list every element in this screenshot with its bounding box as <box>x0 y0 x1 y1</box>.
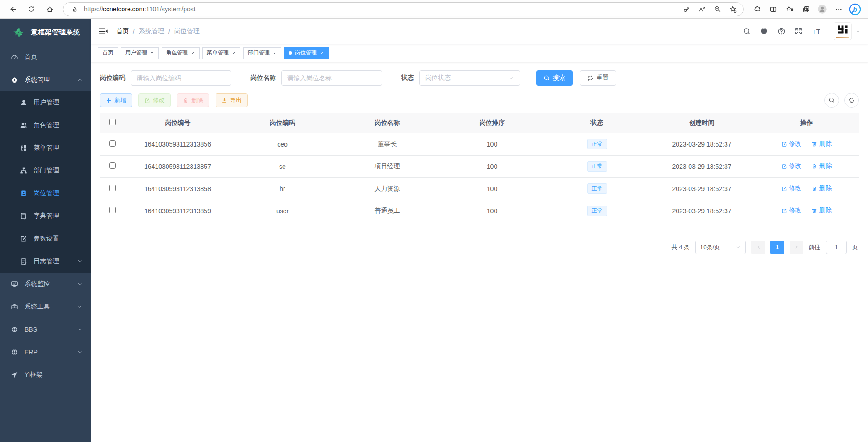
page-number-current[interactable]: 1 <box>770 241 784 254</box>
sidebar-item-menus[interactable]: 菜单管理 <box>0 137 91 159</box>
add-button[interactable]: 新增 <box>100 93 132 107</box>
breadcrumb-home[interactable]: 首页 <box>116 27 129 35</box>
chevron-down-icon <box>509 75 514 81</box>
table-row[interactable]: 1641030593112313856 ceo 董事长 100 正常 2023-… <box>100 133 859 155</box>
close-icon[interactable] <box>150 51 154 55</box>
sidebar-item-departments[interactable]: 部门管理 <box>0 159 91 182</box>
row-checkbox[interactable] <box>109 207 116 213</box>
row-delete-link[interactable]: 删除 <box>811 140 832 148</box>
sidebar-item-erp[interactable]: ERP <box>0 341 91 363</box>
app-logo[interactable]: 意框架管理系统 <box>0 19 91 46</box>
page-size-select[interactable]: 10条/页 <box>695 241 746 254</box>
sidebar-item-monitor[interactable]: 系统监控 <box>0 273 91 295</box>
close-icon[interactable] <box>191 51 195 55</box>
row-checkbox[interactable] <box>109 185 116 191</box>
sidebar: 意框架管理系统 首页 系统管理 用户管理 角色管理 菜单管理 <box>0 19 91 442</box>
fullscreen-icon[interactable] <box>794 27 803 35</box>
tab-dept-mgmt[interactable]: 部门管理 <box>243 47 281 59</box>
sidebar-item-logs[interactable]: 日志管理 <box>0 250 91 273</box>
lock-icon[interactable] <box>69 3 80 15</box>
chevron-down-icon <box>736 245 741 250</box>
split-screen-icon[interactable] <box>766 2 780 16</box>
favorites-bar-icon[interactable] <box>783 2 796 16</box>
chevron-down-icon <box>77 304 83 309</box>
toolbox-icon <box>11 303 18 310</box>
zoom-out-icon[interactable] <box>711 3 723 15</box>
next-page-button[interactable] <box>790 241 803 254</box>
row-edit-link[interactable]: 修改 <box>781 206 802 215</box>
font-size-icon[interactable] <box>812 27 822 35</box>
post-name-input[interactable] <box>281 70 382 86</box>
browser-back-button[interactable] <box>6 2 20 16</box>
close-icon[interactable] <box>231 51 236 55</box>
sidebar-item-params[interactable]: 参数设置 <box>0 227 91 250</box>
browser-refresh-button[interactable] <box>25 2 38 16</box>
export-button[interactable]: 导出 <box>216 93 248 107</box>
github-icon[interactable] <box>760 27 768 35</box>
tab-user-mgmt[interactable]: 用户管理 <box>121 47 159 59</box>
row-delete-link[interactable]: 删除 <box>811 162 832 170</box>
sidebar-item-bbs[interactable]: BBS <box>0 318 91 341</box>
sidebar-item-posts[interactable]: 岗位管理 <box>0 182 91 205</box>
address-bar[interactable]: https://ccnetcore.com:1101/system/post <box>63 2 744 16</box>
favorite-star-icon[interactable] <box>727 3 739 15</box>
sidebar-item-roles[interactable]: 角色管理 <box>0 114 91 137</box>
password-key-icon[interactable] <box>681 3 692 15</box>
row-checkbox[interactable] <box>109 140 116 147</box>
tab-post-mgmt[interactable]: 岗位管理 <box>284 47 329 59</box>
sidebar-toggle-icon[interactable] <box>98 26 108 36</box>
search-button[interactable]: 搜索 <box>536 70 573 86</box>
goto-label: 前往 <box>809 243 820 251</box>
search-form: 岗位编码 岗位名称 状态 岗位状态 搜索 <box>100 70 859 86</box>
tab-role-mgmt[interactable]: 角色管理 <box>162 47 200 59</box>
delete-button-disabled[interactable]: 删除 <box>177 93 209 107</box>
close-icon[interactable] <box>319 51 324 55</box>
system-submenu: 用户管理 角色管理 菜单管理 部门管理 岗位管理 字典管理 <box>0 91 91 273</box>
sidebar-item-tools[interactable]: 系统工具 <box>0 295 91 318</box>
sidebar-item-system[interactable]: 系统管理 <box>0 69 91 91</box>
select-all-checkbox[interactable] <box>109 119 116 125</box>
refresh-table-button[interactable] <box>844 93 859 108</box>
reset-button[interactable]: 重置 <box>580 70 616 86</box>
table-row[interactable]: 1641030593112313859 user 普通员工 100 正常 202… <box>100 200 859 222</box>
row-edit-link[interactable]: 修改 <box>781 162 802 170</box>
row-edit-link[interactable]: 修改 <box>781 184 802 192</box>
browser-home-button[interactable] <box>43 2 56 16</box>
read-aloud-icon[interactable] <box>696 3 708 15</box>
posts-table: 岗位编号 岗位编码 岗位名称 岗位排序 状态 创建时间 操作 164103059… <box>100 113 859 222</box>
row-delete-link[interactable]: 删除 <box>811 206 832 215</box>
close-icon[interactable] <box>272 51 277 55</box>
row-checkbox[interactable] <box>109 162 116 169</box>
breadcrumb: 首页 / 系统管理 / 岗位管理 <box>116 27 200 35</box>
row-edit-link[interactable]: 修改 <box>781 140 802 148</box>
sidebar-item-yi-framework[interactable]: Yi框架 <box>0 363 91 386</box>
help-icon[interactable] <box>777 27 785 35</box>
post-badge-icon <box>20 190 27 197</box>
col-post-name: 岗位名称 <box>335 113 440 133</box>
sidebar-item-dict[interactable]: 字典管理 <box>0 205 91 227</box>
tab-menu-mgmt[interactable]: 菜单管理 <box>202 47 240 59</box>
row-delete-link[interactable]: 删除 <box>811 184 832 192</box>
post-code-input[interactable] <box>131 70 231 86</box>
user-avatar-menu[interactable] <box>834 22 861 40</box>
post-name-label: 岗位名称 <box>250 74 276 82</box>
table-row[interactable]: 1641030593112313858 hr 人力资源 100 正常 2023-… <box>100 177 859 200</box>
edit-button-disabled[interactable]: 修改 <box>138 93 171 107</box>
download-icon <box>221 98 227 103</box>
prev-page-button[interactable] <box>751 241 765 254</box>
browser-profile-avatar[interactable] <box>815 2 829 16</box>
header-search-icon[interactable] <box>743 27 751 35</box>
status-select[interactable]: 岗位状态 <box>419 70 520 86</box>
tab-home[interactable]: 首页 <box>98 47 118 59</box>
goto-page-input[interactable] <box>826 241 847 254</box>
copilot-icon[interactable]: b <box>848 2 862 16</box>
sidebar-item-users[interactable]: 用户管理 <box>0 91 91 114</box>
sidebar-item-home[interactable]: 首页 <box>0 46 91 69</box>
url-text[interactable]: https://ccnetcore.com:1101/system/post <box>84 5 677 13</box>
edit-icon <box>781 163 787 169</box>
table-row[interactable]: 1641030593112313857 se 项目经理 100 正常 2023-… <box>100 155 859 177</box>
extensions-icon[interactable] <box>750 2 764 16</box>
toggle-search-button[interactable] <box>824 93 839 108</box>
browser-menu-icon[interactable] <box>832 2 845 16</box>
collections-icon[interactable] <box>799 2 813 16</box>
